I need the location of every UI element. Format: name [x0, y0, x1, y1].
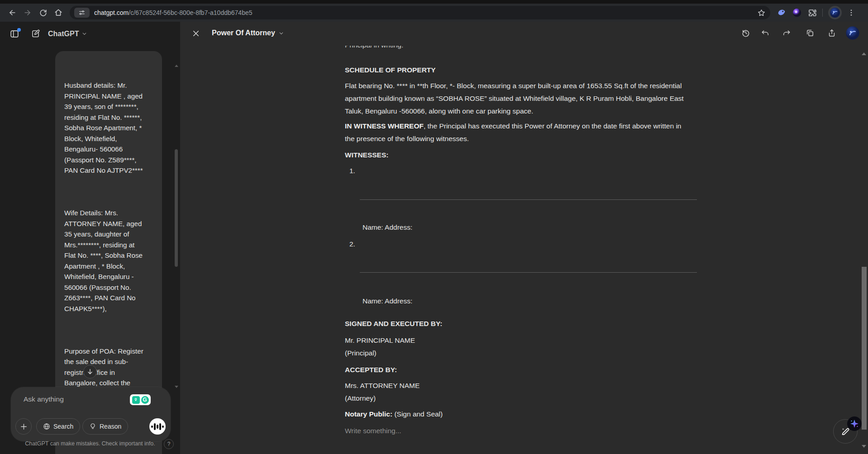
tune-icon	[78, 9, 86, 16]
forward-button[interactable]	[20, 5, 35, 20]
history-icon	[741, 28, 750, 38]
doc-principal-role[interactable]: (Principal)	[345, 347, 377, 359]
canvas-header: Power Of Attorney	[180, 22, 868, 46]
toolbar-divider	[822, 9, 823, 17]
chat-panel-header: ChatGPT	[0, 22, 180, 46]
back-icon	[8, 8, 17, 17]
new-chat-button[interactable]	[27, 26, 43, 42]
chevron-down-icon	[278, 30, 284, 36]
signature-line	[360, 272, 697, 273]
doc-heading-witnesses[interactable]: WITNESSES:	[345, 149, 388, 161]
canvas-close-button[interactable]	[188, 26, 204, 41]
url-path: /c/67c8524f-56bc-800e-8fb7-a10ddb674be5	[129, 9, 252, 16]
canvas-panel: Principal in writing. Power Of Attorney	[180, 22, 868, 454]
notification-dot	[17, 28, 21, 32]
doc-name-address-2[interactable]: Name: Address:	[362, 295, 412, 307]
account-avatar[interactable]	[845, 26, 860, 40]
chat-scrollbar-thumb[interactable]	[175, 149, 178, 267]
undo-button[interactable]	[758, 25, 773, 41]
page-scrollbar-thumb[interactable]	[862, 267, 867, 430]
search-label: Search	[53, 423, 73, 430]
site-settings-chip[interactable]	[74, 8, 90, 18]
doc-notary-line[interactable]: Notary Public: (Sign and Seal)	[345, 408, 443, 421]
doc-heading-schedule[interactable]: SCHEDULE OF PROPERTY	[345, 64, 436, 76]
chevron-down-icon	[81, 31, 87, 37]
message-paragraph: Wife Details: Mrs. ATTORNEY NAME, aged 3…	[64, 208, 153, 314]
copy-button[interactable]	[802, 25, 818, 41]
doc-paragraph-witness-whereof[interactable]: IN WITNESS WHEREOF, the Principal has ex…	[345, 120, 681, 145]
attach-button[interactable]	[15, 418, 32, 435]
doc-list-number-2[interactable]: 2.	[349, 238, 355, 251]
doc-heading-signed[interactable]: SIGNED AND EXECUTED BY:	[345, 317, 442, 330]
doc-bold-lead: Notary Public:	[345, 410, 392, 418]
grammarly-bulb-icon	[132, 396, 140, 404]
undo-icon	[761, 28, 770, 38]
search-toggle-button[interactable]: Search	[36, 418, 80, 435]
redo-icon	[782, 28, 791, 38]
chat-composer[interactable]: Ask anything G Search Reason	[11, 387, 171, 441]
voice-waveform-icon	[151, 423, 164, 430]
profile-avatar-icon	[830, 7, 840, 18]
reason-toggle-button[interactable]: Reason	[82, 418, 128, 435]
account-avatar-icon	[845, 26, 860, 40]
help-button[interactable]: ?	[164, 439, 174, 449]
model-switcher[interactable]: ChatGPT	[48, 30, 87, 38]
forward-icon	[23, 8, 32, 17]
bookmark-star-icon[interactable]	[757, 9, 766, 17]
reload-icon	[39, 9, 48, 17]
arrow-down-icon	[86, 368, 94, 375]
home-button[interactable]	[51, 5, 66, 20]
page-scroll-up-arrow[interactable]	[862, 52, 866, 55]
url-host: chatgpt.com	[94, 9, 129, 16]
share-icon	[827, 28, 836, 38]
scroll-up-arrow[interactable]	[175, 65, 178, 67]
compose-icon	[31, 29, 40, 38]
share-button[interactable]	[824, 25, 839, 41]
address-bar[interactable]: chatgpt.com/c/67c8524f-56bc-800e-8fb7-a1…	[70, 6, 770, 19]
composer-placeholder[interactable]: Ask anything	[24, 395, 64, 403]
version-history-button[interactable]	[738, 25, 754, 41]
sparkle-star-icon	[849, 418, 860, 429]
disclaimer-text: ChatGPT can make mistakes. Check importa…	[0, 440, 180, 447]
page-scroll-down-arrow[interactable]	[862, 445, 866, 448]
help-label: ?	[167, 441, 171, 447]
reload-button[interactable]	[35, 5, 51, 20]
doc-attorney-role[interactable]: (Attorney)	[345, 392, 376, 405]
scroll-to-bottom-button[interactable]	[83, 365, 97, 378]
doc-bold-lead: IN WITNESS WHEREOF	[345, 122, 424, 130]
browser-toolbar: chatgpt.com/c/67c8524f-56bc-800e-8fb7-a1…	[0, 4, 868, 22]
doc-list-number-1[interactable]: 1.	[349, 165, 355, 177]
globe-icon	[43, 423, 50, 430]
signature-line	[360, 199, 697, 200]
sidebar-toggle-button[interactable]	[6, 26, 23, 42]
canvas-title: Power Of Attorney	[212, 29, 275, 37]
doc-attorney-name[interactable]: Mrs. ATTORNEY NAME	[345, 379, 420, 392]
canvas-title-dropdown[interactable]: Power Of Attorney	[212, 29, 284, 37]
redo-button[interactable]	[779, 25, 794, 41]
message-paragraph: Husband details: Mr. PRINCIPAL NAME , ag…	[64, 80, 153, 176]
doc-paragraph-schedule[interactable]: Flat bearing No. **** in **th Floor, *- …	[345, 80, 684, 118]
extension-colorful-icon[interactable]	[792, 8, 802, 18]
doc-heading-accepted[interactable]: ACCEPTED BY:	[345, 364, 397, 376]
voice-mode-button[interactable]	[149, 418, 166, 435]
ai-extension-badge[interactable]	[847, 416, 862, 431]
doc-principal-name[interactable]: Mr. PRINCIPAL NAME	[345, 334, 415, 347]
browser-menu-icon[interactable]	[847, 9, 855, 17]
tab-strip	[0, 0, 868, 4]
scroll-down-arrow[interactable]	[175, 386, 178, 388]
grammarly-extension-pill[interactable]: G	[130, 394, 151, 405]
close-icon	[192, 29, 200, 38]
browser-profile-avatar[interactable]	[828, 6, 842, 19]
extension-blue-icon[interactable]	[777, 8, 787, 18]
home-icon	[54, 8, 63, 17]
doc-paragraph-rest: (Sign and Seal)	[392, 410, 443, 418]
grammarly-g-icon: G	[141, 396, 149, 404]
message-paragraph: Property Schedule: Flat bearing No. ****…	[64, 452, 153, 454]
doc-write-placeholder[interactable]: Write something...	[345, 425, 401, 437]
reason-label: Reason	[100, 423, 121, 430]
doc-name-address-1[interactable]: Name: Address:	[362, 221, 412, 234]
extensions-puzzle-icon[interactable]	[807, 8, 817, 18]
back-button[interactable]	[5, 5, 20, 20]
copy-icon	[806, 28, 815, 38]
brand-label: ChatGPT	[48, 30, 79, 38]
